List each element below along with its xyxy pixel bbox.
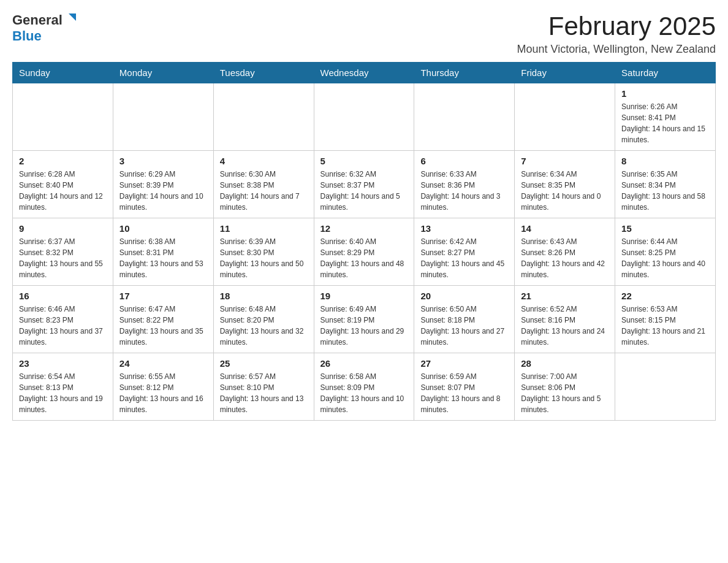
calendar-cell: 4Sunrise: 6:30 AM Sunset: 8:38 PM Daylig…: [213, 151, 314, 218]
day-info: Sunrise: 6:38 AM Sunset: 8:31 PM Dayligh…: [119, 236, 207, 280]
day-info: Sunrise: 6:32 AM Sunset: 8:37 PM Dayligh…: [320, 169, 408, 213]
day-info: Sunrise: 6:58 AM Sunset: 8:09 PM Dayligh…: [320, 371, 408, 415]
weekday-header-friday: Friday: [515, 63, 615, 83]
day-number: 20: [420, 291, 508, 301]
calendar-cell: 1Sunrise: 6:26 AM Sunset: 8:41 PM Daylig…: [615, 83, 716, 151]
calendar-cell: 20Sunrise: 6:50 AM Sunset: 8:18 PM Dayli…: [414, 286, 515, 353]
calendar-cell: 24Sunrise: 6:55 AM Sunset: 8:12 PM Dayli…: [113, 353, 213, 421]
weekday-header-wednesday: Wednesday: [314, 63, 414, 83]
day-number: 13: [420, 223, 508, 234]
day-number: 12: [320, 223, 408, 234]
calendar-cell: 9Sunrise: 6:37 AM Sunset: 8:32 PM Daylig…: [13, 218, 113, 286]
calendar-cell: 2Sunrise: 6:28 AM Sunset: 8:40 PM Daylig…: [13, 151, 113, 218]
calendar-cell: 3Sunrise: 6:29 AM Sunset: 8:39 PM Daylig…: [113, 151, 213, 218]
day-number: 22: [621, 291, 709, 301]
calendar-cell: 17Sunrise: 6:47 AM Sunset: 8:22 PM Dayli…: [113, 286, 213, 353]
calendar-cell: [213, 83, 314, 151]
day-info: Sunrise: 6:44 AM Sunset: 8:25 PM Dayligh…: [621, 236, 709, 280]
weekday-header-saturday: Saturday: [615, 63, 716, 83]
calendar-cell: 14Sunrise: 6:43 AM Sunset: 8:26 PM Dayli…: [515, 218, 615, 286]
day-number: 11: [220, 223, 308, 234]
day-number: 17: [119, 291, 207, 301]
weekday-header-sunday: Sunday: [13, 63, 113, 83]
calendar-cell: 25Sunrise: 6:57 AM Sunset: 8:10 PM Dayli…: [213, 353, 314, 421]
day-info: Sunrise: 6:52 AM Sunset: 8:16 PM Dayligh…: [521, 304, 609, 348]
calendar-cell: 23Sunrise: 6:54 AM Sunset: 8:13 PM Dayli…: [13, 353, 113, 421]
day-number: 14: [521, 223, 609, 234]
calendar-cell: 5Sunrise: 6:32 AM Sunset: 8:37 PM Daylig…: [314, 151, 414, 218]
day-number: 4: [220, 156, 308, 166]
day-number: 28: [521, 358, 609, 369]
calendar-week-row: 9Sunrise: 6:37 AM Sunset: 8:32 PM Daylig…: [13, 218, 716, 286]
day-info: Sunrise: 6:49 AM Sunset: 8:19 PM Dayligh…: [320, 304, 408, 348]
day-info: Sunrise: 6:59 AM Sunset: 8:07 PM Dayligh…: [420, 371, 508, 415]
day-number: 1: [621, 88, 709, 99]
day-number: 24: [119, 358, 207, 369]
calendar-cell: 13Sunrise: 6:42 AM Sunset: 8:27 PM Dayli…: [414, 218, 515, 286]
day-number: 21: [521, 291, 609, 301]
calendar-table: SundayMondayTuesdayWednesdayThursdayFrid…: [12, 62, 716, 421]
day-info: Sunrise: 6:43 AM Sunset: 8:26 PM Dayligh…: [521, 236, 609, 280]
day-number: 2: [19, 156, 107, 166]
logo-arrow-icon: [64, 12, 77, 28]
logo: General Blue: [12, 12, 77, 44]
calendar-cell: [414, 83, 515, 151]
day-number: 23: [19, 358, 107, 369]
day-number: 3: [119, 156, 207, 166]
day-number: 5: [320, 156, 408, 166]
title-block: February 2025 Mount Victoria, Wellington…: [517, 12, 716, 56]
day-number: 7: [521, 156, 609, 166]
day-info: Sunrise: 6:50 AM Sunset: 8:18 PM Dayligh…: [420, 304, 508, 348]
calendar-cell: 16Sunrise: 6:46 AM Sunset: 8:23 PM Dayli…: [13, 286, 113, 353]
svg-marker-0: [69, 13, 76, 21]
calendar-cell: 27Sunrise: 6:59 AM Sunset: 8:07 PM Dayli…: [414, 353, 515, 421]
weekday-header-tuesday: Tuesday: [213, 63, 314, 83]
day-info: Sunrise: 7:00 AM Sunset: 8:06 PM Dayligh…: [521, 371, 609, 415]
calendar-cell: 26Sunrise: 6:58 AM Sunset: 8:09 PM Dayli…: [314, 353, 414, 421]
calendar-cell: [515, 83, 615, 151]
calendar-cell: 12Sunrise: 6:40 AM Sunset: 8:29 PM Dayli…: [314, 218, 414, 286]
calendar-cell: 21Sunrise: 6:52 AM Sunset: 8:16 PM Dayli…: [515, 286, 615, 353]
day-info: Sunrise: 6:40 AM Sunset: 8:29 PM Dayligh…: [320, 236, 408, 280]
calendar-cell: 19Sunrise: 6:49 AM Sunset: 8:19 PM Dayli…: [314, 286, 414, 353]
weekday-header-thursday: Thursday: [414, 63, 515, 83]
calendar-week-row: 16Sunrise: 6:46 AM Sunset: 8:23 PM Dayli…: [13, 286, 716, 353]
day-info: Sunrise: 6:29 AM Sunset: 8:39 PM Dayligh…: [119, 169, 207, 213]
day-info: Sunrise: 6:33 AM Sunset: 8:36 PM Dayligh…: [420, 169, 508, 213]
day-number: 8: [621, 156, 709, 166]
day-number: 19: [320, 291, 408, 301]
logo-blue-text: Blue: [12, 28, 42, 44]
month-title: February 2025: [517, 12, 716, 40]
logo-general-text: General: [12, 12, 63, 28]
day-info: Sunrise: 6:46 AM Sunset: 8:23 PM Dayligh…: [19, 304, 107, 348]
day-number: 26: [320, 358, 408, 369]
day-info: Sunrise: 6:39 AM Sunset: 8:30 PM Dayligh…: [220, 236, 308, 280]
day-number: 9: [19, 223, 107, 234]
calendar-cell: 18Sunrise: 6:48 AM Sunset: 8:20 PM Dayli…: [213, 286, 314, 353]
calendar-cell: 22Sunrise: 6:53 AM Sunset: 8:15 PM Dayli…: [615, 286, 716, 353]
day-info: Sunrise: 6:48 AM Sunset: 8:20 PM Dayligh…: [220, 304, 308, 348]
weekday-header-monday: Monday: [113, 63, 213, 83]
calendar-cell: 8Sunrise: 6:35 AM Sunset: 8:34 PM Daylig…: [615, 151, 716, 218]
day-info: Sunrise: 6:55 AM Sunset: 8:12 PM Dayligh…: [119, 371, 207, 415]
page-header: General Blue February 2025 Mount Victori…: [12, 12, 716, 56]
day-number: 6: [420, 156, 508, 166]
calendar-cell: 28Sunrise: 7:00 AM Sunset: 8:06 PM Dayli…: [515, 353, 615, 421]
day-info: Sunrise: 6:42 AM Sunset: 8:27 PM Dayligh…: [420, 236, 508, 280]
day-info: Sunrise: 6:35 AM Sunset: 8:34 PM Dayligh…: [621, 169, 709, 213]
day-info: Sunrise: 6:30 AM Sunset: 8:38 PM Dayligh…: [220, 169, 308, 213]
day-info: Sunrise: 6:53 AM Sunset: 8:15 PM Dayligh…: [621, 304, 709, 348]
day-number: 27: [420, 358, 508, 369]
weekday-header-row: SundayMondayTuesdayWednesdayThursdayFrid…: [13, 63, 716, 83]
day-number: 15: [621, 223, 709, 234]
calendar-cell: [314, 83, 414, 151]
calendar-week-row: 2Sunrise: 6:28 AM Sunset: 8:40 PM Daylig…: [13, 151, 716, 218]
day-info: Sunrise: 6:28 AM Sunset: 8:40 PM Dayligh…: [19, 169, 107, 213]
calendar-cell: 10Sunrise: 6:38 AM Sunset: 8:31 PM Dayli…: [113, 218, 213, 286]
day-number: 18: [220, 291, 308, 301]
calendar-cell: [113, 83, 213, 151]
calendar-cell: 6Sunrise: 6:33 AM Sunset: 8:36 PM Daylig…: [414, 151, 515, 218]
day-info: Sunrise: 6:57 AM Sunset: 8:10 PM Dayligh…: [220, 371, 308, 415]
day-info: Sunrise: 6:37 AM Sunset: 8:32 PM Dayligh…: [19, 236, 107, 280]
day-info: Sunrise: 6:47 AM Sunset: 8:22 PM Dayligh…: [119, 304, 207, 348]
